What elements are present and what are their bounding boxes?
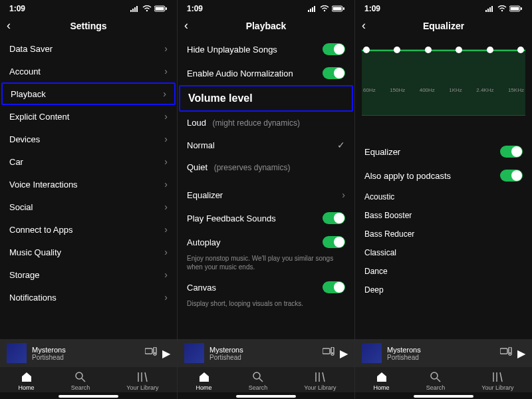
eq-handle[interactable] xyxy=(363,47,370,53)
devices-icon[interactable] xyxy=(145,347,157,359)
settings-row-data-saver[interactable]: Data Saver› xyxy=(0,37,177,60)
row-feedback-sounds[interactable]: Play Feedback Sounds xyxy=(178,206,354,230)
toggle-canvas[interactable] xyxy=(323,281,345,293)
signal-icon xyxy=(308,5,317,12)
back-button[interactable]: ‹ xyxy=(7,19,11,33)
library-icon xyxy=(314,371,326,383)
back-button[interactable]: ‹ xyxy=(184,19,188,33)
toggle-apply-podcasts[interactable] xyxy=(500,170,523,182)
svg-rect-19 xyxy=(314,6,315,12)
back-button[interactable]: ‹ xyxy=(362,19,366,33)
devices-icon[interactable] xyxy=(500,347,512,359)
nav-home[interactable]: Home xyxy=(374,371,390,391)
eq-freq-label: 60Hz xyxy=(363,87,376,93)
nav-library[interactable]: Your Library xyxy=(481,371,513,391)
eq-freq-label: 2.4KHz xyxy=(476,87,493,93)
play-button[interactable]: ▶ xyxy=(162,347,170,360)
settings-row-account[interactable]: Account› xyxy=(0,60,177,82)
preset-bass-booster[interactable]: Bass Booster xyxy=(355,206,532,225)
equalizer-graph[interactable]: 60Hz150Hz400Hz1KHz2.4KHz15KHz xyxy=(355,37,532,120)
now-playing-bar[interactable]: Mysterons Portishead ▶ xyxy=(355,339,532,367)
row-autoplay[interactable]: Autoplay xyxy=(178,230,354,254)
highlight-volume-level: Volume level xyxy=(179,85,353,112)
settings-row-devices[interactable]: Devices› xyxy=(0,128,177,150)
now-playing-bar[interactable]: Mysterons Portishead ▶ xyxy=(178,339,354,367)
signal-icon xyxy=(130,5,140,12)
album-art xyxy=(362,343,382,363)
preset-dance[interactable]: Dance xyxy=(355,262,532,281)
chevron-right-icon: › xyxy=(164,292,168,303)
play-button[interactable]: ▶ xyxy=(517,347,525,360)
preset-bass-reducer[interactable]: Bass Reducer xyxy=(355,225,532,243)
eq-handle[interactable] xyxy=(517,47,524,53)
nav-search[interactable]: Search xyxy=(426,371,446,391)
row-volume-loud[interactable]: Loud (might reduce dynamics) xyxy=(178,112,354,134)
settings-row-notifications[interactable]: Notifications› xyxy=(0,286,177,309)
nav-search[interactable]: Search xyxy=(71,371,90,391)
toggle-autoplay[interactable] xyxy=(323,236,345,248)
toggle-hide-unplayable[interactable] xyxy=(323,43,345,55)
playback-list[interactable]: Hide Unplayable Songs Enable Audio Norma… xyxy=(178,37,354,339)
devices-icon[interactable] xyxy=(323,347,334,359)
nav-library[interactable]: Your Library xyxy=(126,371,158,391)
settings-row-playback[interactable]: Playback› xyxy=(3,84,174,104)
nav-home[interactable]: Home xyxy=(19,371,35,391)
preset-classical[interactable]: Classical xyxy=(355,243,532,262)
library-icon xyxy=(136,371,148,383)
settings-row-social[interactable]: Social› xyxy=(0,196,177,218)
np-title: Mysterons xyxy=(32,346,140,354)
settings-row-connect-to-apps[interactable]: Connect to Apps› xyxy=(0,218,177,241)
battery-icon xyxy=(509,5,523,12)
eq-handle[interactable] xyxy=(394,47,400,53)
play-button[interactable]: ▶ xyxy=(340,347,348,360)
svg-rect-2 xyxy=(134,7,136,12)
chevron-right-icon: › xyxy=(164,111,168,122)
eq-handle[interactable] xyxy=(425,47,432,53)
row-apply-podcasts[interactable]: Also apply to podcasts xyxy=(355,164,532,188)
toggle-audio-normalization[interactable] xyxy=(323,67,345,79)
settings-row-music-quality[interactable]: Music Quality› xyxy=(0,241,177,263)
svg-rect-6 xyxy=(156,7,164,11)
row-volume-normal[interactable]: Normal ✓ xyxy=(178,134,354,156)
page-title: Playback xyxy=(246,21,287,31)
svg-point-26 xyxy=(332,352,333,354)
home-indicator[interactable] xyxy=(59,395,118,398)
eq-handle[interactable] xyxy=(456,47,462,53)
row-hide-unplayable[interactable]: Hide Unplayable Songs xyxy=(178,37,354,61)
settings-row-car[interactable]: Car› xyxy=(0,150,177,173)
nav-library[interactable]: Your Library xyxy=(304,371,336,391)
home-indicator[interactable] xyxy=(414,395,473,398)
toggle-feedback-sounds[interactable] xyxy=(323,212,345,224)
svg-rect-23 xyxy=(343,7,344,10)
settings-row-voice-interactions[interactable]: Voice Interactions› xyxy=(0,173,177,196)
now-playing-bar[interactable]: Mysterons Portishead ▶ xyxy=(0,339,177,367)
svg-rect-16 xyxy=(308,10,309,12)
row-audio-normalization[interactable]: Enable Audio Normalization xyxy=(178,61,354,85)
home-indicator[interactable] xyxy=(236,395,296,398)
chevron-right-icon: › xyxy=(164,134,168,144)
row-equalizer[interactable]: Equalizer › xyxy=(178,184,354,206)
preset-deep[interactable]: Deep xyxy=(355,281,532,299)
status-time: 1:09 xyxy=(364,4,380,13)
svg-line-15 xyxy=(145,372,147,382)
eq-handle[interactable] xyxy=(487,47,493,53)
status-bar: 1:09 xyxy=(0,0,177,15)
status-time: 1:09 xyxy=(9,4,25,13)
row-volume-quiet[interactable]: Quiet (preserves dynamics) xyxy=(178,156,354,178)
album-art xyxy=(7,343,27,363)
settings-row-storage[interactable]: Storage› xyxy=(0,263,177,286)
settings-row-explicit-content[interactable]: Explicit Content› xyxy=(0,105,177,128)
header: ‹ Settings xyxy=(0,15,177,37)
home-icon xyxy=(198,371,210,383)
row-canvas[interactable]: Canvas xyxy=(178,275,354,299)
svg-rect-1 xyxy=(132,9,134,12)
row-equalizer-toggle[interactable]: Equalizer xyxy=(355,140,532,164)
nav-search[interactable]: Search xyxy=(249,371,268,391)
svg-rect-22 xyxy=(333,7,342,11)
settings-list[interactable]: Data Saver›Account›Playback›Explicit Con… xyxy=(0,37,177,339)
np-title: Mysterons xyxy=(209,346,317,354)
nav-home[interactable]: Home xyxy=(196,371,212,391)
toggle-equalizer[interactable] xyxy=(500,146,523,158)
preset-acoustic[interactable]: Acoustic xyxy=(355,188,532,206)
svg-rect-8 xyxy=(145,348,152,354)
